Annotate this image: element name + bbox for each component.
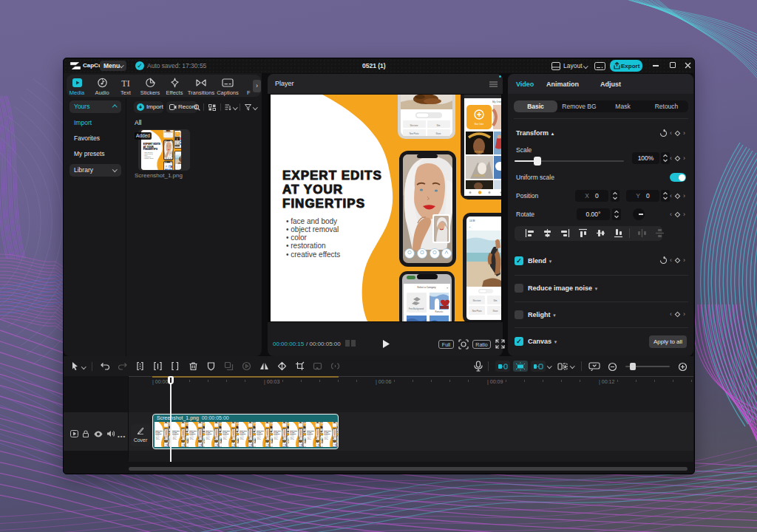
svg-text:TI: TI [121,78,129,89]
